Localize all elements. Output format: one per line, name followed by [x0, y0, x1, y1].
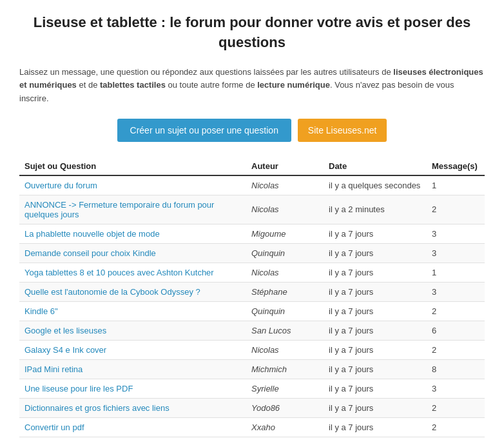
- cell-date: il y a quelques secondes: [324, 175, 427, 195]
- cell-messages: 1: [427, 263, 485, 282]
- cell-subject: Une liseuse pour lire les PDF: [19, 379, 246, 398]
- forum-table: Sujet ou Question Auteur Date Message(s)…: [19, 157, 485, 437]
- table-row: IPad Mini retinaMichmichil y a 7 jours8: [19, 359, 485, 379]
- cell-author: Stéphane: [246, 282, 324, 301]
- cell-author: Nicolas: [246, 175, 324, 195]
- intro-paragraph: Laissez un message, une question ou répo…: [19, 66, 485, 106]
- table-row: Yoga tablettes 8 et 10 pouces avec Ashto…: [19, 263, 485, 282]
- table-row: Ouverture du forumNicolasil y a quelques…: [19, 175, 485, 195]
- cell-subject: Kindle 6": [19, 301, 246, 321]
- topic-link[interactable]: Une liseuse pour lire les PDF: [24, 384, 133, 393]
- topic-link[interactable]: Quelle est l'autonomie de la Cybook Odys…: [24, 287, 200, 297]
- table-row: Convertir un pdfXxahoil y a 7 jours2: [19, 417, 485, 437]
- cell-subject: La phablette nouvelle objet de mode: [19, 224, 246, 243]
- cell-messages: 2: [427, 301, 485, 321]
- topic-link[interactable]: Galaxy S4 e Ink cover: [24, 345, 106, 355]
- cell-author: Nicolas: [246, 340, 324, 359]
- cell-author: Xxaho: [246, 417, 324, 437]
- cell-author: San Lucos: [246, 321, 324, 340]
- cell-date: il y a 7 jours: [324, 301, 427, 321]
- cell-messages: 2: [427, 340, 485, 359]
- table-row: Demande conseil pour choix KindleQuinqui…: [19, 243, 485, 263]
- intro-text-1: Laissez un message, une question ou répo…: [19, 67, 393, 77]
- cell-date: il y a 7 jours: [324, 321, 427, 340]
- intro-text-3: ou toute autre forme de: [166, 80, 257, 90]
- header-date: Date: [324, 157, 427, 175]
- cell-subject: Galaxy S4 e Ink cover: [19, 340, 246, 359]
- cell-subject: Quelle est l'autonomie de la Cybook Odys…: [19, 282, 246, 301]
- cell-date: il y a 7 jours: [324, 243, 427, 263]
- header-messages: Message(s): [427, 157, 485, 175]
- cell-subject: Ouverture du forum: [19, 175, 246, 195]
- table-row: Google et les liseusesSan Lucosil y a 7 …: [19, 321, 485, 340]
- cell-subject: Yoga tablettes 8 et 10 pouces avec Ashto…: [19, 263, 246, 282]
- header-author: Auteur: [246, 157, 324, 175]
- table-header-row: Sujet ou Question Auteur Date Message(s): [19, 157, 485, 175]
- table-row: Kindle 6"Quinquinil y a 7 jours2: [19, 301, 485, 321]
- cell-messages: 6: [427, 321, 485, 340]
- cell-date: il y a 7 jours: [324, 340, 427, 359]
- cell-author: Syrielle: [246, 379, 324, 398]
- intro-bold-3: lecture numérique: [257, 80, 330, 90]
- table-row: Galaxy S4 e Ink coverNicolasil y a 7 jou…: [19, 340, 485, 359]
- cell-messages: 3: [427, 243, 485, 263]
- topic-link[interactable]: Ouverture du forum: [24, 181, 97, 190]
- cell-messages: 3: [427, 282, 485, 301]
- cell-author: Quinquin: [246, 301, 324, 321]
- cell-author: Nicolas: [246, 195, 324, 224]
- table-row: Une liseuse pour lire les PDFSyrielleil …: [19, 379, 485, 398]
- cell-date: il y a 7 jours: [324, 359, 427, 379]
- topic-link[interactable]: Kindle 6": [24, 306, 58, 316]
- cell-author: Migoume: [246, 224, 324, 243]
- topic-link[interactable]: Convertir un pdf: [24, 422, 84, 432]
- cell-date: il y a 7 jours: [324, 224, 427, 243]
- cell-messages: 3: [427, 224, 485, 243]
- cell-date: il y a 7 jours: [324, 417, 427, 437]
- create-topic-button[interactable]: Créer un sujet ou poser une question: [117, 119, 291, 142]
- topic-link[interactable]: Demande conseil pour choix Kindle: [24, 248, 156, 258]
- cell-messages: 2: [427, 195, 485, 224]
- cell-subject: Convertir un pdf: [19, 417, 246, 437]
- table-row: ANNONCE -> Fermeture temporaire du forum…: [19, 195, 485, 224]
- topic-link[interactable]: IPad Mini retina: [24, 364, 82, 374]
- table-row: Quelle est l'autonomie de la Cybook Odys…: [19, 282, 485, 301]
- intro-text-2: et de: [77, 80, 100, 90]
- cell-date: il y a 7 jours: [324, 282, 427, 301]
- cell-author: Nicolas: [246, 263, 324, 282]
- cell-date: il y a 7 jours: [324, 398, 427, 417]
- header-subject: Sujet ou Question: [19, 157, 246, 175]
- cell-messages: 8: [427, 359, 485, 379]
- cell-date: il y a 2 minutes: [324, 195, 427, 224]
- table-row: La phablette nouvelle objet de modeMigou…: [19, 224, 485, 243]
- cell-subject: IPad Mini retina: [19, 359, 246, 379]
- cell-subject: Demande conseil pour choix Kindle: [19, 243, 246, 263]
- cell-messages: 3: [427, 379, 485, 398]
- topic-link[interactable]: Dictionnaires et gros fichiers avec lien…: [24, 403, 170, 413]
- action-buttons: Créer un sujet ou poser une question Sit…: [19, 119, 485, 142]
- topic-link[interactable]: Google et les liseuses: [24, 326, 106, 335]
- cell-date: il y a 7 jours: [324, 263, 427, 282]
- topic-link[interactable]: ANNONCE -> Fermeture temporaire du forum…: [24, 200, 214, 219]
- cell-subject: Google et les liseuses: [19, 321, 246, 340]
- cell-author: Yodo86: [246, 398, 324, 417]
- cell-date: il y a 7 jours: [324, 379, 427, 398]
- cell-subject: Dictionnaires et gros fichiers avec lien…: [19, 398, 246, 417]
- intro-bold-2: tablettes tactiles: [100, 80, 166, 90]
- topic-link[interactable]: Yoga tablettes 8 et 10 pouces avec Ashto…: [24, 268, 214, 277]
- topic-link[interactable]: La phablette nouvelle objet de mode: [24, 229, 160, 239]
- cell-author: Quinquin: [246, 243, 324, 263]
- cell-subject: ANNONCE -> Fermeture temporaire du forum…: [19, 195, 246, 224]
- page-title: Liseuse et tablette : le forum pour donn…: [19, 13, 485, 53]
- cell-messages: 1: [427, 175, 485, 195]
- cell-messages: 2: [427, 417, 485, 437]
- table-row: Dictionnaires et gros fichiers avec lien…: [19, 398, 485, 417]
- cell-messages: 2: [427, 398, 485, 417]
- site-link-button[interactable]: Site Liseuses.net: [298, 119, 387, 142]
- cell-author: Michmich: [246, 359, 324, 379]
